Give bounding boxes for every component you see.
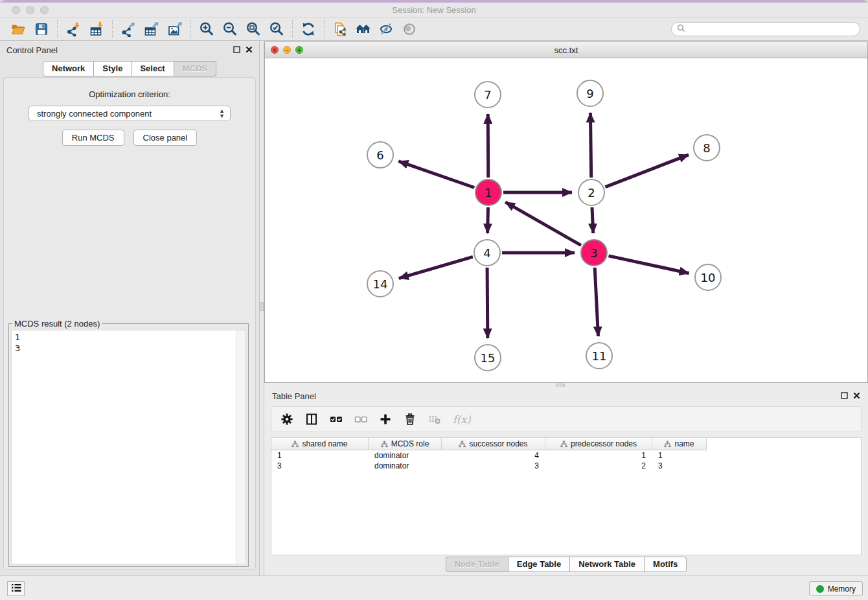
tab-edge-table[interactable]: Edge Table — [508, 557, 570, 572]
import-table-icon — [89, 21, 104, 37]
cell-mcds-role[interactable]: dominator — [369, 450, 442, 461]
graph-node-8[interactable]: 8 — [693, 134, 720, 161]
tab-network-table[interactable]: Network Table — [570, 557, 645, 572]
graph-edge-3-11[interactable] — [595, 268, 598, 336]
cell-successor-nodes[interactable]: 3 — [442, 461, 545, 471]
table-row[interactable]: 1dominator411 — [271, 450, 861, 461]
export-table-button[interactable] — [140, 19, 163, 39]
window-top-accent — [0, 0, 868, 3]
network-canvas[interactable]: 7968124314101511 — [265, 58, 867, 382]
run-mcds-button[interactable]: Run MCDS — [62, 130, 124, 146]
cell-name[interactable]: 3 — [652, 461, 707, 471]
cell-predecessor-nodes[interactable]: 2 — [545, 461, 652, 471]
divider-grip[interactable] — [260, 302, 264, 311]
tab-mcds[interactable]: MCDS — [174, 61, 216, 76]
graph-edge-2-8[interactable] — [605, 155, 689, 187]
graph-node-2[interactable]: 2 — [578, 179, 605, 206]
search-field[interactable] — [671, 22, 860, 36]
table-panel-tabs: Node TableEdge TableNetwork TableMotifs — [264, 557, 868, 572]
refresh-network-button[interactable] — [297, 19, 320, 39]
result-scrollbar[interactable] — [236, 330, 246, 564]
main-area: Control Panel NetworkStyleSelectMCDS Opt… — [0, 41, 868, 575]
search-input[interactable] — [689, 25, 854, 34]
home-layout-icon — [356, 21, 371, 37]
task-history-button[interactable] — [7, 581, 25, 596]
close-panel-button[interactable]: Close panel — [133, 130, 198, 146]
mcds-result-legend: MCDS result (2 nodes) — [12, 319, 102, 329]
import-table-button[interactable] — [85, 19, 108, 39]
table-row[interactable]: 3dominator323 — [271, 461, 861, 471]
birdseye-view-button[interactable] — [398, 19, 422, 39]
graph-node-3[interactable]: 3 — [580, 239, 608, 266]
tab-network[interactable]: Network — [43, 61, 94, 76]
zoom-out-button[interactable] — [218, 19, 242, 39]
clone-network-button[interactable] — [328, 19, 352, 39]
graph-edge-2-9[interactable] — [590, 113, 591, 178]
graph-node-9[interactable]: 9 — [577, 80, 604, 107]
cell-predecessor-nodes[interactable]: 1 — [545, 450, 652, 461]
graph-node-14[interactable]: 14 — [367, 270, 394, 297]
memory-button[interactable]: Memory — [809, 581, 863, 596]
graph-node-4[interactable]: 4 — [474, 239, 501, 266]
zoom-in-button[interactable] — [195, 19, 218, 39]
cell-shared-name[interactable]: 3 — [271, 461, 369, 471]
column-header-successor-nodes[interactable]: successor nodes — [442, 438, 545, 450]
column-header-mcds-role[interactable]: MCDS role — [369, 438, 442, 450]
graph-edge-4-14[interactable] — [399, 257, 473, 278]
graph-node-10[interactable]: 10 — [694, 264, 722, 291]
column-header-name[interactable]: name — [652, 438, 707, 450]
function-builder-button[interactable]: f(x) — [453, 413, 470, 426]
save-session-button[interactable] — [30, 19, 53, 39]
search-icon — [677, 23, 685, 35]
panel-split-divider[interactable] — [259, 41, 264, 575]
graph-node-6[interactable]: 6 — [367, 141, 394, 168]
cell-successor-nodes[interactable]: 4 — [442, 450, 545, 461]
float-panel-icon[interactable] — [233, 44, 240, 56]
network-window-titlebar[interactable]: × – + scc.txt — [265, 42, 867, 58]
tab-node-table[interactable]: Node Table — [446, 557, 508, 572]
close-table-panel-icon[interactable] — [853, 390, 860, 402]
cell-name[interactable]: 1 — [652, 450, 707, 461]
tab-style[interactable]: Style — [94, 61, 131, 76]
open-session-button[interactable] — [6, 19, 30, 39]
unselect-all-columns-button[interactable] — [354, 413, 367, 426]
tab-motifs[interactable]: Motifs — [645, 557, 687, 572]
zoom-fit-button[interactable] — [242, 19, 265, 39]
graph-edge-1-4[interactable] — [488, 207, 488, 233]
import-network-button[interactable] — [62, 19, 85, 39]
graph-node-11[interactable]: 11 — [586, 342, 613, 369]
export-image-button[interactable] — [163, 19, 187, 39]
table-settings-icon — [280, 413, 293, 426]
column-header-predecessor-nodes[interactable]: predecessor nodes — [545, 438, 652, 450]
home-layout-button[interactable] — [352, 19, 375, 39]
float-table-panel-icon[interactable] — [841, 390, 848, 402]
graph-edge-4-15[interactable] — [487, 268, 488, 338]
column-flow-icon — [381, 441, 388, 448]
show-columns-button[interactable] — [305, 413, 318, 426]
graph-edge-3-10[interactable] — [609, 256, 689, 273]
graph-node-1[interactable]: 1 — [475, 179, 502, 206]
cell-mcds-role[interactable]: dominator — [369, 461, 442, 471]
export-network-button[interactable] — [117, 19, 140, 39]
tab-select[interactable]: Select — [131, 61, 174, 76]
graph-edge-1-7[interactable] — [488, 114, 488, 178]
table-settings-button[interactable] — [280, 413, 293, 426]
graph-edge-3-1[interactable] — [505, 202, 581, 246]
delete-table-button[interactable] — [428, 413, 441, 426]
zoom-fit-icon — [246, 21, 261, 37]
graph-node-15[interactable]: 15 — [474, 344, 501, 371]
task-list-icon — [11, 583, 21, 595]
graph-node-7[interactable]: 7 — [474, 81, 501, 108]
hide-panel-button[interactable] — [375, 19, 398, 39]
add-row-button[interactable] — [379, 413, 392, 426]
criterion-select[interactable]: strongly connected component ▲▼ — [29, 106, 231, 121]
cell-shared-name[interactable]: 1 — [271, 450, 369, 461]
graph-edge-1-6[interactable] — [398, 161, 474, 188]
zoom-selected-button[interactable] — [265, 19, 288, 39]
graph-edge-2-3[interactable] — [592, 207, 593, 233]
column-header-shared-name[interactable]: shared name — [271, 438, 369, 450]
close-panel-icon[interactable] — [246, 44, 253, 56]
select-all-columns-button[interactable] — [330, 413, 343, 426]
export-network-icon — [120, 21, 136, 37]
delete-row-button[interactable] — [404, 413, 417, 426]
